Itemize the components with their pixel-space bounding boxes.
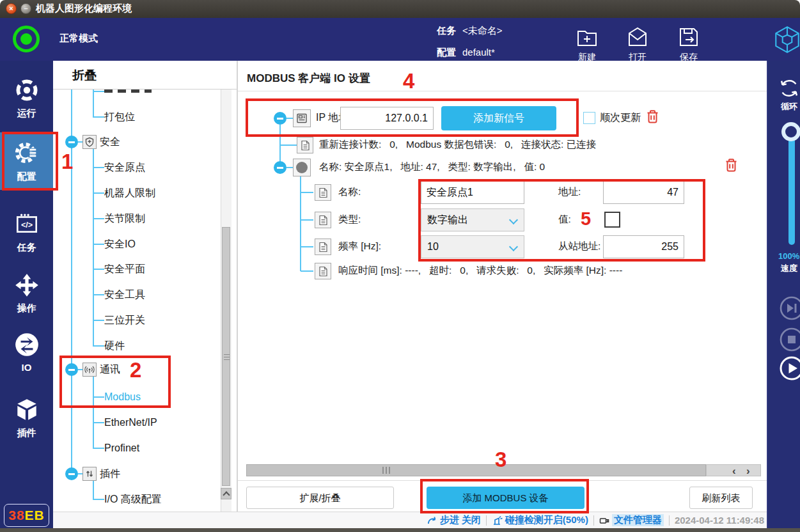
save-button[interactable]: 保存 [670,26,708,63]
scroll-left-button[interactable]: ‹ [732,465,736,476]
tree-item-plugin[interactable]: 插件 [100,465,120,483]
scroll-right-button[interactable]: › [746,465,750,476]
sidebar-item-run[interactable]: 运行 [0,77,53,120]
config-gear-icon [13,139,41,169]
signal-value-checkbox[interactable] [604,212,620,228]
sidebar-item-config[interactable]: 配置 [0,132,53,190]
sidebar-item-plugin[interactable]: 插件 [0,396,53,439]
modbus-settings-panel: MODBUS 客户端 IO 设置 IP 地址: 添加新信号 顺次更新 [237,61,767,512]
tree-item-communication[interactable]: 通讯 [100,361,120,379]
tree-tee [93,294,104,295]
signal-address-input[interactable] [603,181,684,204]
tree-scroll-up-button[interactable] [221,488,231,499]
device-collapse-node[interactable] [274,112,286,125]
config-row: 配置default* [437,47,495,59]
tree-item-clipped[interactable] [104,90,152,93]
step-arrow-icon [427,515,437,526]
tree-item[interactable]: 机器人限制 [104,184,155,202]
step-mode-toggle[interactable]: 步进 关闭 [427,514,481,526]
frequency-label: 频率 [Hz]: [338,240,381,253]
tree-branch-line [93,148,94,347]
task-row: 任务<未命名> [437,25,503,37]
separator [669,515,670,526]
collision-icon [492,515,503,526]
slave-address-label: 从站地址: [558,240,600,253]
step-next-button[interactable] [779,295,800,321]
tree-line [301,219,313,221]
tree-item[interactable]: 安全IO [104,235,136,253]
signal-collapse-node[interactable] [274,161,286,174]
sequential-update-label: 顺次更新 [600,111,641,125]
speed-slider-handle[interactable] [781,122,800,141]
config-tree-panel: 折叠 打包位 安全 [53,61,237,512]
tree-line [286,118,293,119]
divider [238,91,767,91]
sidebar-item-label: IO [0,362,53,373]
tree-item[interactable]: EtherNet/IP [104,414,157,432]
tree-node-link [78,369,82,370]
delete-signal-trash-icon[interactable] [725,158,738,175]
tree-header[interactable]: 折叠 [53,61,237,90]
tree-item[interactable]: 安全原点 [104,159,145,176]
tree-item[interactable]: 打包位 [104,108,135,126]
ip-address-input[interactable] [340,107,434,130]
collision-detection-toggle[interactable]: 碰撞检测开启(50%) [492,514,588,526]
sidebar-item-task[interactable]: </> 任务 [0,211,53,254]
delete-device-trash-icon[interactable] [646,109,659,127]
tree-node-link [78,141,82,143]
stop-button[interactable] [779,327,800,352]
badge-right: EB [25,508,45,522]
speed-slider-track[interactable] [788,130,795,245]
signal-name-input[interactable] [421,181,524,204]
tree-item[interactable]: Profinet [104,439,139,457]
tree-line [301,246,313,247]
tree-item-safety[interactable]: 安全 [100,133,120,151]
window-close-button[interactable]: × [6,3,17,14]
add-modbus-device-button[interactable]: 添加 MODBUS 设备 [427,487,584,509]
new-folder-plus-icon [576,40,599,51]
new-button[interactable]: 新建 [568,26,606,63]
loop-label: 循环 [781,101,797,113]
tree-item[interactable]: 关节限制 [104,210,145,228]
tree-tee [93,192,104,194]
window-minimize-button[interactable]: – [20,3,31,14]
slave-address-input[interactable] [603,235,684,258]
horizontal-scrollbar[interactable] [246,464,706,476]
frequency-select[interactable]: 10 [421,235,524,258]
sidebar-item-label: 操作 [0,302,53,315]
tree-line [300,176,301,271]
sidebar-item-operate[interactable]: 操作 [0,272,53,315]
signal-type-select[interactable]: 数字输出 [421,208,524,231]
save-floppy-icon [677,40,700,51]
add-signal-button[interactable]: 添加新信号 [441,106,556,130]
name-label: 名称: [338,185,361,199]
tree-collapse-node[interactable] [65,136,78,148]
tree-collapse-node[interactable] [65,467,78,480]
play-button[interactable] [779,356,800,381]
loop-icon[interactable] [777,76,800,103]
tree-collapse-node[interactable] [65,363,78,376]
tree-item[interactable]: I/O 高级配置 [104,490,162,508]
broadcast-icon [82,363,97,377]
refresh-list-button[interactable]: 刷新列表 [689,487,753,509]
status-datetime: 2024-04-12 11:49:48 [675,515,764,526]
document-icon [315,239,331,255]
config-label: 配置 [437,47,456,58]
sidebar-item-label: 运行 [0,107,53,120]
signal-dot-icon [293,159,311,176]
tree-item[interactable]: 安全工具 [104,286,145,304]
tree-header-label: 折叠 [72,67,97,84]
tree-item[interactable]: 安全平面 [104,260,145,278]
open-button[interactable]: 打开 [618,26,657,63]
tree-tee [93,499,104,500]
tree-line [286,167,293,168]
tree-item[interactable]: 三位开关 [104,311,145,329]
tree-item[interactable]: 硬件 [104,337,125,355]
expand-collapse-button[interactable]: 扩展/折叠 [246,487,394,509]
tree-item-modbus-selected[interactable]: Modbus [104,388,141,406]
sidebar-item-io[interactable]: IO [0,331,53,373]
scrollbar-grip [224,354,230,360]
tree-scrollbar-thumb[interactable] [222,227,230,486]
sequential-update-checkbox[interactable] [583,112,595,124]
file-manager-button[interactable]: 文件管理器 [599,514,664,526]
